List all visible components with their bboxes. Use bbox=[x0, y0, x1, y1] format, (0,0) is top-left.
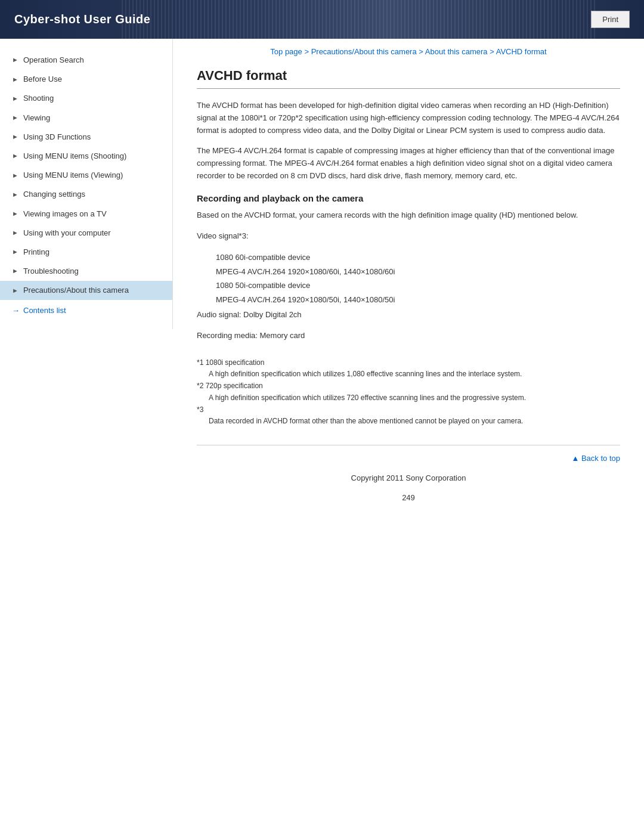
section-intro: Based on the AVCHD format, your camera r… bbox=[197, 209, 620, 222]
sidebar-item-8[interactable]: ►Viewing images on a TV bbox=[0, 205, 172, 224]
intro-paragraph-1: The AVCHD format has been developed for … bbox=[197, 100, 620, 137]
sidebar-item-7[interactable]: ►Changing settings bbox=[0, 185, 172, 204]
sidebar-item-label: Using MENU items (Viewing) bbox=[23, 170, 123, 181]
breadcrumb-separator: > bbox=[302, 47, 311, 56]
copyright: Copyright 2011 Sony Corporation bbox=[197, 463, 620, 487]
sidebar-item-10[interactable]: ►Printing bbox=[0, 243, 172, 262]
sidebar-item-11[interactable]: ►Troubleshooting bbox=[0, 262, 172, 281]
breadcrumb: Top page > Precautions/About this camera… bbox=[197, 39, 620, 68]
intro-paragraph-2: The MPEG-4 AVC/H.264 format is capable o… bbox=[197, 145, 620, 182]
sidebar-item-label: Operation Search bbox=[23, 55, 84, 66]
recording-media: Recording media: Memory card bbox=[197, 330, 620, 342]
footnote-ref-1: *2 720p specification bbox=[197, 380, 620, 392]
sidebar-item-3[interactable]: ►Viewing bbox=[0, 109, 172, 128]
contents-arrow-icon: → bbox=[12, 306, 20, 315]
footnote-ref-2: *3 bbox=[197, 404, 620, 416]
sidebar-item-5[interactable]: ►Using MENU items (Shooting) bbox=[0, 147, 172, 166]
footnote-text-2: Data recorded in AVCHD format other than… bbox=[197, 416, 620, 427]
footnote-text-1: A high definition specification which ut… bbox=[197, 392, 620, 404]
sidebar-item-label: Precautions/About this camera bbox=[23, 285, 129, 296]
sidebar-item-6[interactable]: ►Using MENU items (Viewing) bbox=[0, 166, 172, 185]
sidebar-item-label: Printing bbox=[23, 247, 49, 258]
sidebar-item-label: Using MENU items (Shooting) bbox=[23, 151, 126, 162]
sidebar-arrow-icon: ► bbox=[12, 286, 18, 295]
sidebar-item-12[interactable]: ►Precautions/About this camera bbox=[0, 281, 172, 300]
sidebar-arrow-icon: ► bbox=[12, 113, 18, 122]
sidebar-arrow-icon: ► bbox=[12, 132, 18, 141]
breadcrumb-separator: > bbox=[488, 47, 496, 56]
sidebar-arrow-icon: ► bbox=[12, 209, 18, 218]
sidebar-item-2[interactable]: ►Shooting bbox=[0, 89, 172, 108]
page-title: AVCHD format bbox=[197, 68, 620, 89]
breadcrumb-item-1[interactable]: Precautions/About this camera bbox=[311, 47, 417, 56]
sidebar-item-0[interactable]: ►Operation Search bbox=[0, 51, 172, 70]
breadcrumb-item-0[interactable]: Top page bbox=[270, 47, 302, 56]
page-header: Cyber-shot User Guide Print bbox=[0, 0, 644, 39]
video-signal-label: Video signal*3: bbox=[197, 230, 620, 243]
video-item-2: 1080 50i-compatible device bbox=[216, 278, 620, 292]
app-title: Cyber-shot User Guide bbox=[14, 13, 150, 26]
sidebar-arrow-icon: ► bbox=[12, 151, 18, 160]
contents-list-label: Contents list bbox=[23, 306, 66, 315]
sidebar-arrow-icon: ► bbox=[12, 267, 18, 275]
sidebar: ►Operation Search►Before Use►Shooting►Vi… bbox=[0, 39, 173, 329]
video-item-3: MPEG-4 AVC/H.264 1920×1080/50i, 1440×108… bbox=[216, 293, 620, 306]
video-item-1: MPEG-4 AVC/H.264 1920×1080/60i, 1440×108… bbox=[216, 265, 620, 278]
sidebar-item-9[interactable]: ►Using with your computer bbox=[0, 224, 172, 243]
sidebar-arrow-icon: ► bbox=[12, 190, 18, 199]
video-items: 1080 60i-compatible deviceMPEG-4 AVC/H.2… bbox=[197, 250, 620, 306]
sidebar-item-1[interactable]: ►Before Use bbox=[0, 70, 172, 89]
sidebar-item-label: Before Use bbox=[23, 74, 62, 85]
breadcrumb-separator: > bbox=[417, 47, 425, 56]
sidebar-item-label: Troubleshooting bbox=[23, 266, 79, 277]
sidebar-item-label: Using with your computer bbox=[23, 228, 111, 239]
sidebar-item-label: Viewing bbox=[23, 113, 50, 123]
contents-list-link[interactable]: → Contents list bbox=[0, 300, 172, 317]
section-heading: Recording and playback on the camera bbox=[197, 193, 620, 203]
page-number: 249 bbox=[197, 487, 620, 520]
sidebar-item-label: Viewing images on a TV bbox=[23, 209, 107, 219]
sidebar-arrow-icon: ► bbox=[12, 75, 18, 84]
sidebar-arrow-icon: ► bbox=[12, 247, 18, 256]
sidebar-arrow-icon: ► bbox=[12, 228, 18, 237]
breadcrumb-item-3[interactable]: AVCHD format bbox=[496, 47, 547, 56]
video-item-0: 1080 60i-compatible device bbox=[216, 250, 620, 264]
audio-signal: Audio signal: Dolby Digital 2ch bbox=[197, 309, 620, 321]
breadcrumb-item-2[interactable]: About this camera bbox=[425, 47, 488, 56]
back-to-top-link[interactable]: Back to top bbox=[571, 454, 620, 463]
footnotes: *1 1080i specificationA high definition … bbox=[197, 357, 620, 428]
main-content: Top page > Precautions/About this camera… bbox=[173, 39, 644, 544]
footnote-ref-0: *1 1080i specification bbox=[197, 357, 620, 368]
sidebar-item-label: Shooting bbox=[23, 93, 54, 104]
print-button[interactable]: Print bbox=[591, 11, 630, 28]
main-layout: ►Operation Search►Before Use►Shooting►Vi… bbox=[0, 39, 644, 544]
sidebar-item-4[interactable]: ►Using 3D Functions bbox=[0, 128, 172, 147]
footnote-text-0: A high definition specification which ut… bbox=[197, 368, 620, 380]
sidebar-arrow-icon: ► bbox=[12, 55, 18, 64]
page-footer: Back to top bbox=[197, 445, 620, 463]
sidebar-item-label: Using 3D Functions bbox=[23, 132, 91, 143]
sidebar-arrow-icon: ► bbox=[12, 94, 18, 103]
sidebar-item-label: Changing settings bbox=[23, 189, 85, 200]
sidebar-arrow-icon: ► bbox=[12, 171, 18, 180]
